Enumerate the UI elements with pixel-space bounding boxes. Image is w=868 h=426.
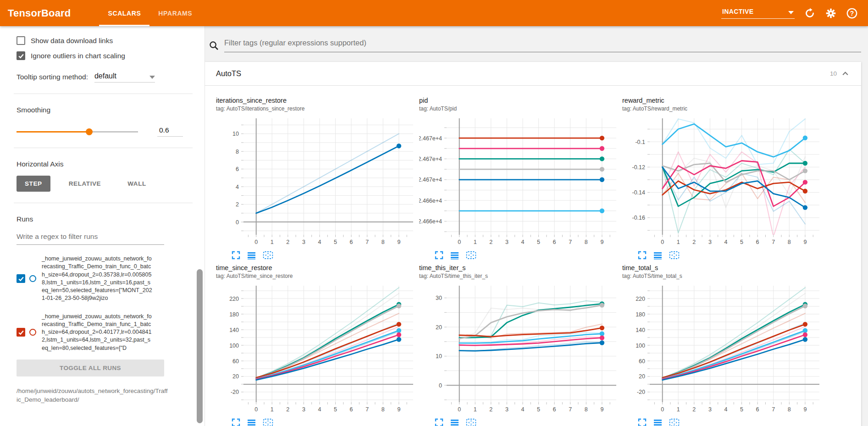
chart-tag: tag: AutoTS/time_this_iter_s (419, 273, 622, 279)
run-checkbox[interactable] (17, 274, 25, 283)
svg-text:4: 4 (724, 239, 728, 245)
run-selector-rows-icon[interactable] (450, 251, 459, 260)
chart-title: time_since_restore (216, 264, 419, 271)
expand-chart-icon[interactable] (638, 418, 647, 426)
scalar-chart-card: time_since_restore tag: AutoTS/time_sinc… (216, 264, 419, 426)
check-icon (18, 53, 24, 59)
svg-text:7: 7 (365, 406, 369, 413)
fit-domain-icon[interactable] (263, 251, 273, 260)
slider-thumb[interactable] (86, 128, 93, 135)
svg-text:4: 4 (521, 239, 525, 245)
svg-text:100: 100 (636, 343, 645, 349)
run-selector-rows-icon[interactable] (247, 251, 256, 260)
tab-scalars[interactable]: SCALARS (99, 0, 149, 26)
expand-chart-icon[interactable] (435, 251, 443, 260)
fit-domain-icon[interactable] (669, 251, 680, 260)
fit-domain-icon[interactable] (466, 251, 476, 260)
run-selector-rows-icon[interactable] (247, 418, 256, 426)
expand-chart-icon[interactable] (232, 251, 240, 260)
app-header: TensorBoard SCALARS HPARAMS INACTIVE ? (0, 0, 868, 26)
svg-text:8: 8 (585, 239, 588, 245)
svg-text:4: 4 (318, 406, 321, 413)
runs-filter-input[interactable] (17, 230, 164, 245)
charts-grid: iterations_since_restore tag: AutoTS/ite… (205, 86, 861, 426)
checkbox-checked[interactable] (17, 51, 25, 60)
tag-group-header[interactable]: AutoTS 10 (205, 62, 861, 86)
sidebar-scrollbar-thumb[interactable] (197, 269, 203, 423)
scalar-line-chart[interactable]: 02468100123456789 (216, 114, 416, 249)
scalar-chart-card: reward_metric tag: AutoTS/reward_metric … (622, 97, 825, 260)
svg-text:5: 5 (537, 239, 540, 245)
run-selector-rows-icon[interactable] (450, 418, 459, 426)
chart-title: iterations_since_restore (216, 97, 419, 104)
axis-btn-wall[interactable]: WALL (119, 176, 155, 192)
svg-text:1: 1 (677, 406, 680, 413)
svg-text:3: 3 (708, 239, 712, 245)
tab-hparams[interactable]: HPARAMS (149, 0, 201, 26)
svg-text:9: 9 (803, 406, 807, 413)
run-item[interactable]: _home_junweid_zouwu_autots_network_forec… (17, 313, 193, 352)
expand-chart-icon[interactable] (435, 418, 443, 426)
svg-text:20: 20 (639, 373, 645, 380)
smoothing-value[interactable]: 0.6 (157, 126, 183, 137)
scalar-chart-card: time_total_s tag: AutoTS/time_total_s -2… (622, 264, 825, 426)
scalar-line-chart[interactable]: -2020601001401802200123456789 (622, 281, 822, 417)
help-icon[interactable]: ? (846, 7, 858, 19)
fit-domain-icon[interactable] (466, 418, 476, 426)
run-checkbox[interactable] (17, 328, 25, 337)
scalar-line-chart[interactable]: -2020601001401802200123456789 (216, 281, 416, 417)
svg-text:220: 220 (229, 296, 239, 302)
expand-chart-icon[interactable] (232, 418, 240, 426)
svg-text:100: 100 (229, 343, 239, 349)
fit-domain-icon[interactable] (263, 418, 273, 426)
svg-text:5: 5 (334, 239, 337, 245)
run-item[interactable]: _home_junweid_zouwu_autots_network_forec… (17, 255, 193, 303)
chart-toolbar (638, 251, 825, 260)
svg-text:180: 180 (636, 311, 645, 318)
svg-text:20: 20 (436, 324, 442, 331)
reload-icon[interactable] (804, 7, 816, 19)
chart-tag: tag: AutoTS/pid (419, 105, 622, 112)
ignore-outliers-checkbox-row[interactable]: Ignore outliers in chart scaling (17, 51, 193, 60)
svg-text:2: 2 (692, 406, 696, 413)
fit-domain-icon[interactable] (669, 418, 680, 426)
svg-text:60: 60 (639, 358, 645, 365)
svg-text:7: 7 (365, 239, 369, 245)
toggle-all-runs-button[interactable]: TOGGLE ALL RUNS (17, 360, 164, 376)
smoothing-label: Smoothing (17, 106, 193, 114)
axis-btn-step[interactable]: STEP (17, 176, 50, 192)
chart-tag: tag: AutoTS/reward_metric (622, 105, 825, 112)
scalar-line-chart[interactable]: -0.1-0.12-0.14-0.160123456789 (622, 114, 822, 249)
status-dropdown[interactable]: INACTIVE (721, 8, 795, 19)
svg-text:2: 2 (489, 239, 492, 245)
svg-text:5: 5 (740, 239, 743, 245)
run-radio[interactable] (29, 329, 36, 336)
svg-text:7: 7 (569, 239, 572, 245)
settings-gear-icon[interactable] (825, 7, 837, 19)
svg-text:2: 2 (286, 406, 289, 413)
axis-btn-relative[interactable]: RELATIVE (61, 176, 110, 192)
scalar-line-chart[interactable]: 2.467e+42.467e+42.467e+42.466e+42.466e+4… (419, 114, 619, 249)
svg-text:5: 5 (740, 406, 743, 413)
svg-text:4: 4 (318, 239, 321, 245)
svg-text:6: 6 (350, 406, 353, 413)
smoothing-slider[interactable] (17, 128, 138, 135)
run-selector-rows-icon[interactable] (653, 418, 662, 426)
run-radio[interactable] (29, 275, 36, 282)
chevron-up-icon[interactable] (841, 70, 849, 77)
show-download-links-checkbox-row[interactable]: Show data download links (17, 36, 193, 45)
svg-text:7: 7 (569, 406, 572, 413)
run-selector-rows-icon[interactable] (653, 251, 662, 260)
svg-text:2.466e+4: 2.466e+4 (419, 198, 442, 204)
tooltip-sorting-dropdown[interactable]: default (94, 72, 155, 83)
runs-label: Runs (17, 215, 193, 223)
svg-text:4: 4 (724, 406, 728, 413)
svg-text:9: 9 (397, 406, 400, 413)
svg-text:0: 0 (254, 239, 258, 245)
chevron-down-icon (788, 11, 794, 14)
expand-chart-icon[interactable] (638, 251, 647, 260)
tag-filter-input[interactable] (224, 39, 861, 52)
tag-group-card: AutoTS 10 iterations_since_restore tag: … (205, 62, 861, 426)
checkbox-unchecked[interactable] (17, 36, 25, 45)
scalar-line-chart[interactable]: 01020300123456789 (419, 281, 619, 417)
